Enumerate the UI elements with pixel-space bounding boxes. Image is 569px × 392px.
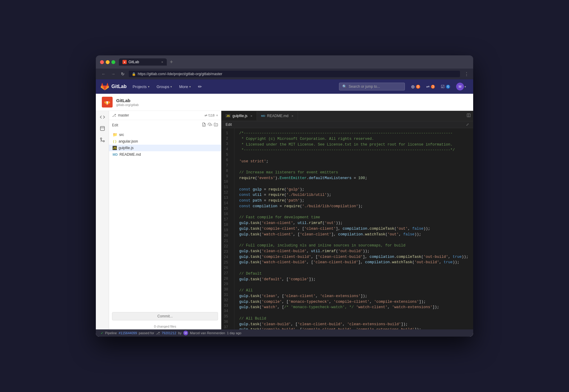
user-chevron-icon: ▾ bbox=[464, 85, 466, 88]
commit-id-link[interactable]: 79201212 bbox=[162, 331, 176, 335]
mr-info: ⇌ !118 bbox=[205, 113, 214, 117]
nav-icons-group: ⊕ 0 ⇌ 3 ☑ 6 M ▾ bbox=[408, 81, 468, 92]
user-avatar: M bbox=[456, 83, 464, 90]
folder-icon: 📁 bbox=[113, 132, 117, 137]
split-icon bbox=[467, 113, 471, 117]
editor-tabs: JS gulpfile.js × MD README.md × bbox=[221, 111, 473, 121]
groups-nav-item[interactable]: Groups ▾ bbox=[153, 79, 176, 94]
commit-author: Marcel van Remmerden bbox=[190, 331, 225, 335]
search-placeholder: Search or jump to... bbox=[349, 84, 380, 89]
git-icon bbox=[100, 137, 105, 143]
svg-point-3 bbox=[100, 138, 102, 139]
branch-chevron-icon: ▾ bbox=[216, 113, 218, 117]
new-file-button[interactable] bbox=[202, 122, 206, 128]
tab-bar: GitLab × + bbox=[119, 58, 469, 66]
project-info: GitLab gitlab-org/gitlab bbox=[116, 98, 139, 107]
mr-icon: ⇌ bbox=[205, 113, 207, 117]
nav-back-button[interactable]: ← bbox=[100, 70, 107, 78]
commit-author-avatar: M bbox=[183, 331, 188, 335]
maximize-button[interactable] bbox=[111, 60, 115, 64]
pipeline-label: Pipeline bbox=[105, 331, 117, 335]
code-icon-button[interactable] bbox=[100, 114, 105, 120]
code-text[interactable]: /*--------------------------------------… bbox=[234, 128, 473, 329]
code-icon bbox=[100, 114, 105, 120]
plus-icon: ⊕ bbox=[411, 84, 415, 90]
sidebar-icon-rail bbox=[96, 111, 109, 329]
split-editor-button[interactable] bbox=[464, 111, 473, 121]
close-button[interactable] bbox=[100, 60, 104, 64]
commit-by-text: by bbox=[178, 331, 182, 335]
tab-filename: gulpfile.js bbox=[232, 114, 247, 118]
browser-window: GitLab × + ← → ↻ 🔒 https://gitlab.com/-/… bbox=[96, 55, 473, 337]
tab-label: GitLab bbox=[128, 60, 139, 64]
line-numbers: 1 2 3 4 5 6 7 8 9 10 11 12 13 14 bbox=[221, 128, 234, 329]
merge-requests-button[interactable]: ⇌ 3 bbox=[424, 83, 438, 90]
browser-more-button[interactable]: ⋮ bbox=[464, 71, 469, 77]
commit-button[interactable]: Commit... bbox=[112, 312, 218, 320]
global-search[interactable]: 🔍 Search or jump to... bbox=[339, 83, 405, 90]
gitlab-logo[interactable]: GitLab bbox=[101, 82, 127, 91]
branch-selector[interactable]: ⎇ master ⇌ !118 ▾ bbox=[109, 111, 221, 120]
md-tab-icon: MD bbox=[261, 114, 265, 117]
lock-icon: 🔒 bbox=[132, 72, 136, 76]
code-editor[interactable]: 1 2 3 4 5 6 7 8 9 10 11 12 13 14 bbox=[221, 128, 473, 329]
new-tab-button[interactable]: + bbox=[169, 59, 174, 65]
address-bar: ← → ↻ 🔒 https://gitlab.com/-/ide/project… bbox=[96, 69, 473, 79]
issues-badge: 6 bbox=[446, 85, 450, 89]
upload-icon bbox=[208, 122, 212, 127]
files-icon bbox=[100, 126, 105, 131]
changed-files-count: 0 changed files bbox=[109, 323, 221, 329]
commit-time: 1 day ago bbox=[227, 331, 241, 335]
file-item-angular-json[interactable]: { } angular.json bbox=[109, 138, 221, 145]
main-content: GitLab gitlab-org/gitlab bbox=[96, 94, 473, 337]
file-item-readme[interactable]: MD README.md bbox=[109, 151, 221, 158]
projects-nav-item[interactable]: Projects ▾ bbox=[129, 79, 153, 94]
pipeline-id-link[interactable]: #115644099 bbox=[119, 331, 137, 335]
file-name: src bbox=[119, 133, 124, 137]
url-text: https://gitlab.com/-/ide/project/gitlab-… bbox=[138, 72, 222, 76]
edit-label: Edit bbox=[226, 122, 232, 127]
issues-button[interactable]: ☑ 6 bbox=[438, 83, 453, 90]
file-name: gulpfile.js bbox=[119, 146, 134, 150]
json-file-icon: { } bbox=[113, 140, 117, 143]
section-label: Edit bbox=[112, 123, 118, 127]
upload-file-button[interactable] bbox=[208, 122, 212, 128]
url-bar[interactable]: 🔒 https://gitlab.com/-/ide/project/gitla… bbox=[129, 71, 460, 77]
user-menu-button[interactable]: M ▾ bbox=[454, 81, 468, 92]
git-branch-icon: ⎇ bbox=[156, 331, 160, 335]
tab-close-button[interactable]: × bbox=[161, 60, 163, 64]
js-file-icon: JS bbox=[113, 146, 117, 150]
search-icon: 🔍 bbox=[342, 84, 347, 89]
title-bar: GitLab × + bbox=[96, 55, 473, 69]
tab-close-gulpfile[interactable]: × bbox=[250, 114, 252, 118]
nav-forward-button[interactable]: → bbox=[110, 70, 117, 78]
file-name: README.md bbox=[119, 152, 141, 157]
merge-request-icon: ⇌ bbox=[426, 84, 430, 89]
gitlab-fox-icon bbox=[101, 82, 109, 91]
expand-editor-button[interactable]: ⤢ bbox=[466, 122, 469, 127]
file-item-gulpfile[interactable]: JS gulpfile.js bbox=[109, 145, 221, 151]
sidebar-actions bbox=[202, 122, 218, 128]
editor-area: JS gulpfile.js × MD README.md × bbox=[221, 111, 473, 329]
groups-chevron-icon: ▾ bbox=[170, 85, 172, 88]
new-folder-button[interactable] bbox=[214, 122, 218, 128]
editor-tab-gulpfile[interactable]: JS gulpfile.js × bbox=[221, 111, 257, 120]
edit-nav-button[interactable]: ✏ bbox=[194, 79, 205, 94]
tab-close-readme[interactable]: × bbox=[291, 114, 293, 118]
projects-chevron-icon: ▾ bbox=[148, 85, 149, 88]
browser-tab-gitlab[interactable]: GitLab × bbox=[119, 58, 167, 66]
more-nav-item[interactable]: More ▾ bbox=[175, 79, 194, 94]
more-chevron-icon: ▾ bbox=[189, 85, 191, 88]
editor-tab-readme[interactable]: MD README.md × bbox=[257, 111, 298, 120]
file-item-src[interactable]: 📁 src bbox=[109, 131, 221, 138]
plus-nav-button[interactable]: ⊕ 0 bbox=[408, 83, 423, 91]
tab-filename: README.md bbox=[267, 114, 288, 118]
file-name: angular.json bbox=[119, 139, 138, 143]
mr-number: !118 bbox=[208, 113, 214, 117]
minimize-button[interactable] bbox=[106, 60, 110, 64]
git-icon-button[interactable] bbox=[100, 137, 105, 143]
gitlab-navbar: GitLab Projects ▾ Groups ▾ More ▾ ✏ 🔍 Se… bbox=[96, 79, 473, 94]
pipeline-passed-text: passed for bbox=[139, 331, 154, 335]
nav-refresh-button[interactable]: ↻ bbox=[119, 70, 126, 78]
files-icon-button[interactable] bbox=[100, 126, 105, 131]
